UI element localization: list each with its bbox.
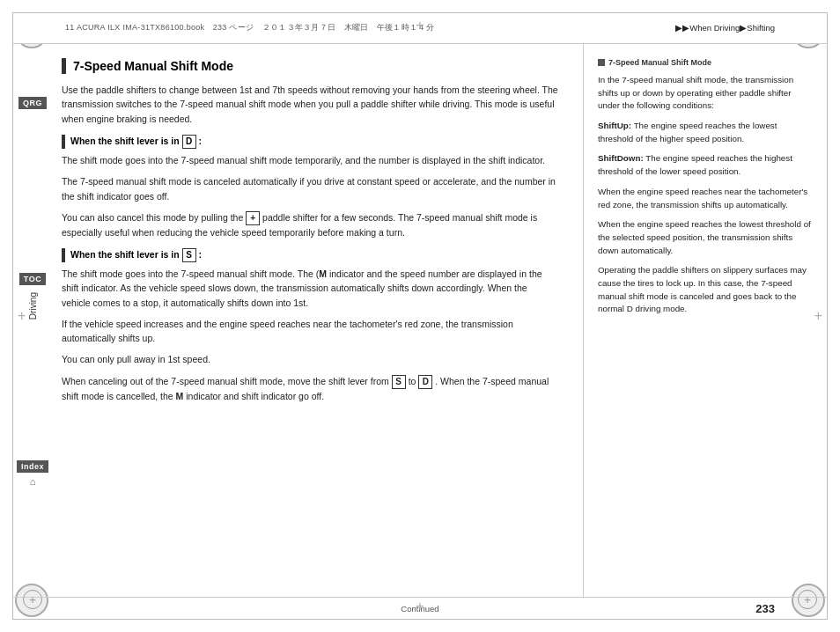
sub1-para1: The shift mode goes into the 7-speed man… (62, 153, 558, 167)
s-box: S (392, 375, 406, 389)
sub2-p4-pre: When canceling out of the 7-speed manual… (62, 376, 389, 386)
qrg-tag[interactable]: QRG (18, 97, 47, 109)
shiftup-term: ShiftUp: (598, 121, 631, 130)
right-panel-title: 7-Speed Manual Shift Mode (598, 58, 814, 67)
index-tag[interactable]: Index (17, 460, 48, 473)
sub2-heading-text: When the shift lever is in (70, 249, 180, 260)
right-shiftdown: ShiftDown: The engine speed reaches the … (598, 152, 814, 178)
sub2-para3: You can only pull away in 1st speed. (62, 352, 558, 366)
sub2-M2: M (176, 391, 184, 401)
sub2-p4-end: indicator and shift indicator go off. (186, 391, 324, 401)
toc-tag[interactable]: TOC (19, 273, 46, 285)
driving-label: Driving (28, 292, 38, 320)
shiftdown-term: ShiftDown: (598, 153, 644, 163)
page-number: 233 (755, 602, 775, 615)
home-icon[interactable]: ⌂ (30, 476, 36, 487)
sub2-p1-pre: The shift mode goes into the 7-speed man… (62, 268, 319, 279)
main-content: 7-Speed Manual Shift Mode Use the paddle… (53, 44, 576, 597)
sub-heading-2: When the shift lever is in S : (62, 248, 558, 262)
right-para4: When the engine speed reaches the lowest… (598, 218, 814, 257)
right-title-text: 7-Speed Manual Shift Mode (608, 58, 711, 67)
sub2-para4: When canceling out of the 7-speed manual… (62, 374, 558, 403)
sub2-M: M (319, 268, 327, 279)
right-para5: Operating the paddle shifters on slipper… (598, 264, 814, 316)
intro-text: Use the paddle shifters to change betwee… (62, 83, 558, 126)
sub-heading-1: When the shift lever is in D : (62, 135, 558, 149)
right-panel: 7-Speed Manual Shift Mode In the 7-speed… (583, 44, 828, 597)
sub1-heading-text: When the shift lever is in (70, 136, 180, 146)
sub1-para3-pre: You can also cancel this mode by pulling… (62, 212, 243, 223)
right-intro: In the 7-speed manual shift mode, the tr… (598, 74, 814, 113)
sub2-para1: The shift mode goes into the 7-speed man… (62, 267, 558, 310)
sidebar: QRG TOC Driving Index ⌂ (12, 44, 53, 620)
d-box2: D (418, 375, 432, 389)
square-icon (598, 59, 605, 66)
right-body: In the 7-speed manual shift mode, the tr… (598, 74, 814, 316)
sub2-p4-mid: to (409, 376, 416, 386)
right-shiftup: ShiftUp: The engine speed reaches the lo… (598, 120, 814, 145)
crosshair-right-mid: + (814, 308, 822, 324)
crosshair-top-center: + (416, 18, 424, 33)
sub2-para2: If the vehicle speed increases and the e… (62, 317, 558, 346)
sub1-para3: You can also cancel this mode by pulling… (62, 210, 558, 239)
sub1-colon: : (199, 136, 203, 146)
plus-box: + (246, 211, 260, 225)
lever-d-box: D (182, 135, 196, 149)
sub1-para2: The 7-speed manual shift mode is cancele… (62, 174, 558, 203)
sub2-colon: : (199, 249, 203, 260)
crosshair-bottom-center: + (416, 599, 424, 614)
section-title: 7-Speed Manual Shift Mode (62, 58, 558, 74)
crosshair-left-mid: + (18, 308, 26, 324)
lever-s-box: S (182, 248, 196, 262)
right-para3: When the engine speed reaches near the t… (598, 186, 814, 211)
